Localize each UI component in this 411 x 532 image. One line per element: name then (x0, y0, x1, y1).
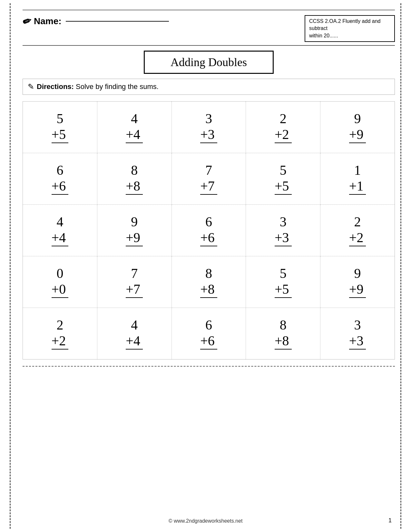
problem-cell-r3-c4: 9+9 (320, 256, 395, 308)
num-top-r3-c1: 7 (131, 266, 138, 281)
num-bottom-r2-c1: +9 (126, 230, 143, 246)
num-bottom-r0-c3: +2 (275, 127, 292, 143)
num-bottom-r4-c3: +8 (275, 333, 292, 350)
num-bottom-r1-c2: +7 (200, 179, 217, 195)
num-top-r2-c2: 6 (205, 214, 212, 229)
standard-text-line1: CCSS 2.OA.2 Fluently add and subtract (309, 18, 380, 31)
problem-cell-r4-c0: 2+2 (23, 308, 97, 360)
title-container: Adding Doubles (23, 51, 395, 74)
standard-text-line2: within 20...... (309, 33, 338, 38)
num-bottom-r0-c1: +4 (126, 127, 143, 143)
bottom-dashed-line (23, 366, 395, 367)
problem-cell-r2-c1: 9+9 (97, 205, 171, 256)
num-top-r2-c1: 9 (131, 214, 138, 229)
num-bottom-r2-c4: +2 (349, 230, 366, 246)
problem-cell-r1-c4: 1+1 (320, 153, 395, 205)
num-top-r3-c2: 8 (205, 266, 212, 281)
problem-cell-r4-c1: 4+4 (97, 308, 171, 360)
num-bottom-r0-c4: +9 (349, 127, 366, 143)
problem-cell-r2-c2: 6+6 (171, 205, 246, 256)
problem-cell-r2-c3: 3+3 (246, 205, 320, 256)
standard-box: CCSS 2.OA.2 Fluently add and subtract wi… (305, 15, 395, 42)
num-top-r1-c4: 1 (354, 163, 361, 178)
problem-cell-r0-c4: 9+9 (320, 102, 395, 153)
num-top-r4-c3: 8 (280, 318, 287, 332)
problem-cell-r3-c1: 7+7 (97, 256, 171, 308)
num-top-r2-c4: 2 (354, 214, 361, 229)
num-bottom-r3-c4: +9 (349, 282, 366, 298)
num-top-r0-c2: 3 (205, 111, 212, 126)
num-bottom-r4-c4: +3 (349, 333, 366, 350)
problem-cell-r0-c3: 2+2 (246, 102, 320, 153)
problem-cell-r1-c1: 8+8 (97, 153, 171, 205)
num-top-r4-c4: 3 (354, 318, 361, 332)
problem-cell-r0-c0: 5+5 (23, 102, 97, 153)
problem-cell-r1-c0: 6+6 (23, 153, 97, 205)
num-bottom-r1-c1: +8 (126, 179, 143, 195)
num-bottom-r2-c0: +4 (52, 230, 69, 246)
num-bottom-r4-c2: +6 (200, 333, 217, 350)
directions-box: ✎ Directions: Solve by finding the sums. (23, 79, 395, 95)
pencil-icon: ✏ (21, 14, 33, 29)
problem-cell-r3-c3: 5+5 (246, 256, 320, 308)
num-top-r2-c3: 3 (280, 214, 287, 229)
directions-body: Solve by finding the sums. (74, 83, 159, 91)
problems-grid: 5+54+43+32+29+96+68+87+75+51+14+49+96+63… (23, 101, 395, 360)
num-bottom-r1-c4: +1 (349, 179, 366, 195)
problem-cell-r4-c4: 3+3 (320, 308, 395, 360)
num-bottom-r0-c2: +3 (200, 127, 217, 143)
num-top-r0-c3: 2 (280, 111, 287, 126)
directions-icon: ✎ (28, 82, 34, 91)
num-bottom-r2-c3: +3 (275, 230, 292, 246)
page-number: 1 (388, 517, 392, 524)
num-top-r3-c3: 5 (280, 266, 287, 281)
problem-cell-r2-c0: 4+4 (23, 205, 97, 256)
num-top-r1-c1: 8 (131, 163, 138, 178)
num-bottom-r3-c1: +7 (126, 282, 143, 298)
problem-cell-r4-c3: 8+8 (246, 308, 320, 360)
num-top-r4-c2: 6 (205, 318, 212, 332)
num-bottom-r2-c2: +6 (200, 230, 217, 246)
problem-cell-r3-c0: 0+0 (23, 256, 97, 308)
num-bottom-r1-c0: +6 (52, 179, 69, 195)
problem-cell-r1-c3: 5+5 (246, 153, 320, 205)
name-line (66, 21, 169, 22)
problem-cell-r0-c1: 4+4 (97, 102, 171, 153)
problem-cell-r3-c2: 8+8 (171, 256, 246, 308)
num-top-r1-c2: 7 (205, 163, 212, 178)
name-section: ✏ Name: (23, 15, 169, 27)
num-top-r3-c4: 9 (354, 266, 361, 281)
num-top-r2-c0: 4 (56, 214, 63, 229)
num-top-r4-c1: 4 (131, 318, 138, 332)
num-top-r1-c3: 5 (280, 163, 287, 178)
name-label: Name: (34, 16, 62, 26)
num-bottom-r4-c1: +4 (126, 333, 143, 350)
num-top-r0-c4: 9 (354, 111, 361, 126)
footer: © www.2ndgradeworksheets.net (0, 518, 411, 524)
directions-bold: Directions: (37, 83, 74, 91)
num-top-r3-c0: 0 (56, 266, 63, 281)
num-bottom-r1-c3: +5 (275, 179, 292, 195)
num-top-r1-c0: 6 (56, 163, 63, 178)
problem-cell-r1-c2: 7+7 (171, 153, 246, 205)
num-bottom-r3-c3: +5 (275, 282, 292, 298)
problem-cell-r0-c2: 3+3 (171, 102, 246, 153)
header: ✏ Name: CCSS 2.OA.2 Fluently add and sub… (23, 12, 395, 46)
problem-cell-r4-c2: 6+6 (171, 308, 246, 360)
num-top-r0-c1: 4 (131, 111, 138, 126)
page-title: Adding Doubles (144, 51, 274, 74)
num-top-r4-c0: 2 (56, 318, 63, 332)
directions-text: Directions: Solve by finding the sums. (37, 83, 159, 91)
num-bottom-r4-c0: +2 (52, 333, 69, 350)
num-top-r0-c0: 5 (56, 111, 63, 126)
num-bottom-r3-c2: +8 (200, 282, 217, 298)
footer-website: © www.2ndgradeworksheets.net (169, 518, 243, 524)
num-bottom-r3-c0: +0 (52, 282, 69, 298)
problem-cell-r2-c4: 2+2 (320, 205, 395, 256)
num-bottom-r0-c0: +5 (52, 127, 69, 143)
